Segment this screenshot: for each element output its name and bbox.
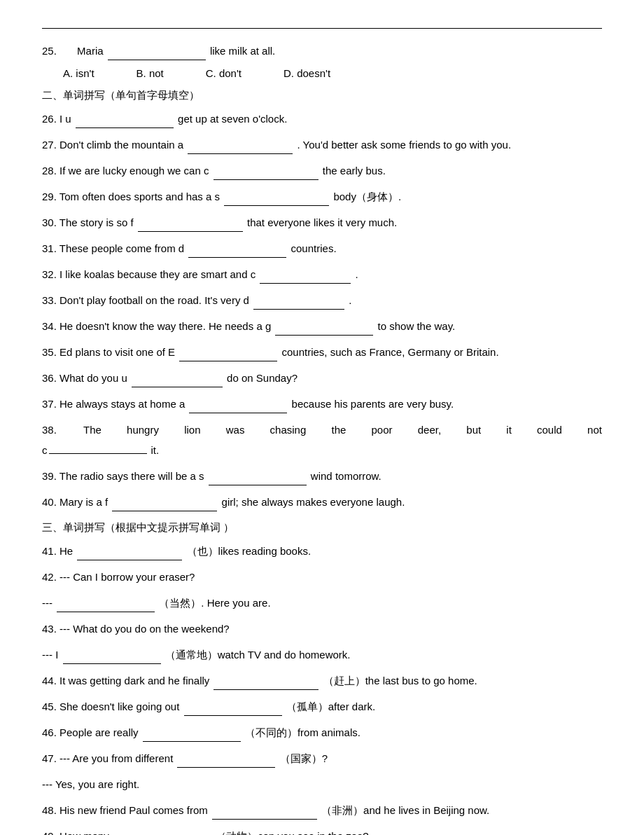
q25-options: A. isn't B. not C. don't D. doesn't: [63, 67, 602, 79]
question-37: 37. He always stays at home a because hi…: [42, 394, 602, 413]
q25-opt-d: D. doesn't: [284, 67, 330, 79]
q44-blank[interactable]: [214, 689, 318, 690]
q45-blank[interactable]: [184, 715, 282, 716]
q41-text: 41. He: [42, 545, 73, 557]
q38-it2: it.: [151, 441, 160, 460]
q25-text2: like milk at all.: [210, 45, 275, 57]
q39-rest: wind tomorrow.: [311, 470, 382, 482]
q25-opt-b: B. not: [136, 67, 164, 79]
q37-blank[interactable]: [189, 413, 287, 413]
section3-title: 三、单词拼写（根据中文提示拼写单词 ）: [42, 521, 602, 534]
question-29: 29. Tom often does sports and has a s bo…: [42, 187, 602, 206]
q26-rest: get up at seven o'clock.: [178, 113, 287, 125]
question-47: 47. --- Are you from different （国家）?: [42, 749, 602, 768]
q25-blank[interactable]: [108, 60, 206, 60]
q32-rest: .: [356, 268, 358, 280]
q25-opt-c: C. don't: [206, 67, 241, 79]
q34-blank[interactable]: [275, 335, 373, 336]
q48-hint: （非洲）and he lives in Beijing now.: [321, 804, 489, 816]
q33-text: 33. Don't play football on the road. It'…: [42, 294, 249, 306]
q43-hint: （通常地）watch TV and do homework.: [165, 649, 351, 661]
question-33: 33. Don't play football on the road. It'…: [42, 291, 602, 310]
q38-hungry: hungry: [127, 420, 159, 439]
q42-hint: （当然）. Here you are.: [159, 597, 270, 609]
q30-text: 30. The story is so f: [42, 216, 134, 228]
question-49: 49. How many （动物）can you see in the zoo?: [42, 827, 602, 835]
question-28: 28. If we are lucky enough we can c the …: [42, 161, 602, 180]
q26-text: 26. I u: [42, 113, 71, 125]
top-divider: [42, 28, 602, 29]
q38-lion: lion: [184, 420, 200, 439]
q38-the: The: [83, 420, 102, 439]
q32-blank[interactable]: [260, 283, 351, 284]
question-31: 31. These people come from d countries.: [42, 239, 602, 258]
q36-rest: do on Sunday?: [227, 372, 298, 384]
q35-text: 35. Ed plans to visit one of E: [42, 346, 175, 358]
q36-text: 36. What do you u: [42, 372, 127, 384]
q41-hint: （也）likes reading books.: [187, 545, 312, 557]
q47-2: --- Yes, you are right.: [42, 778, 139, 790]
q31-blank[interactable]: [188, 257, 286, 258]
question-32: 32. I like koalas because they are smart…: [42, 265, 602, 284]
q46-hint: （不同的）from animals.: [245, 726, 360, 738]
q28-blank[interactable]: [214, 179, 318, 180]
q35-rest: countries, such as France, Germany or Br…: [281, 346, 498, 358]
q39-blank[interactable]: [209, 485, 307, 485]
q31-text: 31. These people come from d: [42, 242, 184, 254]
question-26: 26. I u get up at seven o'clock.: [42, 109, 602, 128]
q42-2: ---: [42, 597, 52, 609]
q27-blank[interactable]: [188, 153, 293, 154]
q34-rest: to show the way.: [378, 320, 456, 332]
q44-hint: （赶上）the last bus to go home.: [323, 675, 477, 686]
q40-blank[interactable]: [112, 511, 217, 511]
q48-blank[interactable]: [212, 819, 317, 820]
q30-rest: that everyone likes it very much.: [247, 216, 397, 228]
q39-text: 39. The radio says there will be a s: [42, 470, 204, 482]
q43-blank[interactable]: [63, 663, 161, 664]
q38-blank[interactable]: [49, 453, 147, 454]
q38-it: it: [506, 420, 512, 439]
q25-label: 25.: [42, 45, 57, 57]
q43-2: --- I: [42, 649, 58, 661]
q40-text: 40. Mary is a f: [42, 496, 108, 508]
q25-opt-a: A. isn't: [63, 67, 94, 79]
q38-but: but: [466, 420, 481, 439]
q46-blank[interactable]: [143, 741, 241, 742]
q35-blank[interactable]: [179, 361, 277, 361]
q38-theword: the: [331, 420, 346, 439]
q38-could: could: [537, 420, 562, 439]
q42-blank[interactable]: [57, 612, 155, 612]
q37-text: 37. He always stays at home a: [42, 398, 185, 410]
question-39: 39. The radio says there will be a s win…: [42, 467, 602, 485]
q27-text: 27. Don't climb the mountain a: [42, 139, 183, 151]
q47-blank[interactable]: [177, 767, 275, 768]
q38-was: was: [226, 420, 245, 439]
q38-label: 38.: [42, 420, 57, 439]
q41-blank[interactable]: [77, 560, 182, 560]
question-47-ans: --- Yes, you are right.: [42, 775, 602, 794]
q31-rest: countries.: [291, 242, 337, 254]
question-45: 45. She doesn't like going out （孤单）after…: [42, 697, 602, 716]
q42-1: 42. --- Can I borrow your eraser?: [42, 571, 195, 583]
q26-blank[interactable]: [76, 127, 174, 128]
q38-poor: poor: [372, 420, 393, 439]
question-25: 25. Maria like milk at all.: [42, 41, 602, 60]
question-40: 40. Mary is a f girl; she always makes e…: [42, 492, 602, 511]
question-43: 43. --- What do you do on the weekend?: [42, 619, 602, 638]
q38-not: not: [587, 420, 602, 439]
q44-text: 44. It was getting dark and he finally: [42, 675, 209, 686]
q33-blank[interactable]: [253, 309, 344, 310]
q48-text: 48. His new friend Paul comes from: [42, 804, 208, 816]
q29-blank[interactable]: [224, 205, 329, 206]
q30-blank[interactable]: [138, 231, 243, 232]
q36-blank[interactable]: [132, 387, 223, 387]
question-41: 41. He （也）likes reading books.: [42, 541, 602, 560]
q29-text: 29. Tom often does sports and has a s: [42, 191, 220, 202]
question-35: 35. Ed plans to visit one of E countries…: [42, 343, 602, 361]
q43-1: 43. --- What do you do on the weekend?: [42, 623, 230, 635]
q45-hint: （孤单）after dark.: [286, 701, 376, 712]
q45-text: 45. She doesn't like going out: [42, 701, 179, 712]
question-46: 46. People are really （不同的）from animals.: [42, 723, 602, 742]
q49-text: 49. How many: [42, 830, 109, 835]
q49-hint: （动物）can you see in the zoo?: [216, 830, 368, 835]
